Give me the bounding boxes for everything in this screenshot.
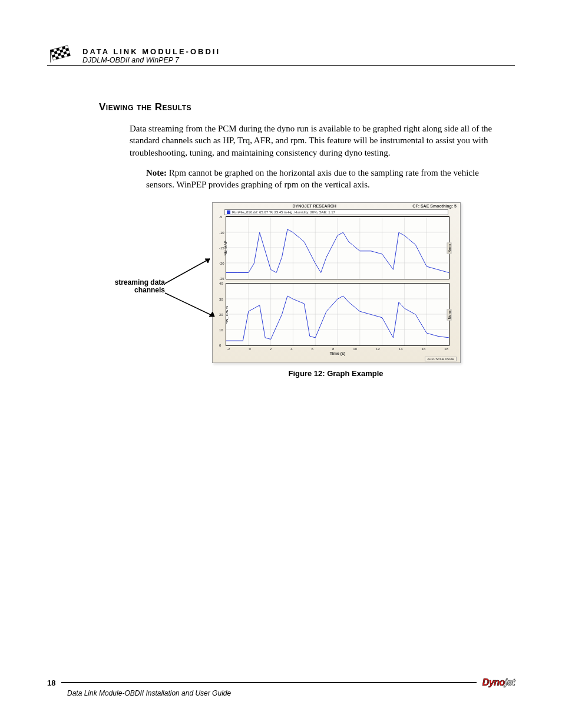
arrow-icon bbox=[164, 255, 217, 291]
body-paragraph: Data streaming from the PCM during the d… bbox=[130, 123, 509, 159]
chart-footer: Auto Scale Mode bbox=[213, 357, 460, 363]
page-footer: 18 Dynojet Data Link Module-OBDII Instal… bbox=[47, 677, 515, 697]
svg-line-16 bbox=[165, 293, 214, 317]
page-header: DATA LINK MODULE-OBDII DJDLM-OBDII and W… bbox=[47, 47, 515, 66]
figure-caption: Figure 12: Graph Example bbox=[212, 369, 459, 378]
chart-title: DYNOJET RESEARCH bbox=[293, 204, 336, 208]
svg-line-14 bbox=[165, 259, 210, 284]
legend-swatch-icon bbox=[227, 210, 230, 214]
legend-text: RunFile_016.drf: 65.67 °F, 23.45 in-Hg, … bbox=[232, 210, 335, 214]
arrow-icon bbox=[164, 291, 223, 326]
callout-label: streaming data channels bbox=[100, 279, 165, 294]
doc-title: DATA LINK MODULE-OBDII bbox=[82, 47, 515, 56]
x-axis-ticks: -2024681012141618 bbox=[226, 347, 449, 351]
top-plot: *IN_MAP None -5 -10 -15 -20 -25 bbox=[226, 216, 449, 279]
note-text: Rpm cannot be graphed on the horizontal … bbox=[146, 168, 479, 189]
chart-settings: CF: SAE Smoothing: 5 bbox=[412, 204, 457, 208]
page-number: 18 bbox=[47, 678, 55, 687]
chart-legend: RunFile_016.drf: 65.67 °F, 23.45 in-Hg, … bbox=[224, 209, 448, 215]
doc-subtitle: DJDLM-OBDII and WinPEP 7 bbox=[82, 56, 515, 64]
figure: streaming data channels DYNOJET RESEARCH… bbox=[94, 202, 515, 378]
chart-window: DYNOJET RESEARCH CF: SAE Smoothing: 5 Ru… bbox=[212, 202, 461, 363]
note-label: Note: bbox=[146, 168, 167, 177]
footer-rule bbox=[61, 682, 476, 683]
brand-logo: Dynojet bbox=[482, 677, 515, 688]
bottom-plot: *IN_TPS % None 40 30 20 10 0 bbox=[226, 283, 449, 346]
x-axis-label: Time (s) bbox=[226, 351, 449, 355]
note-block: Note: Rpm cannot be graphed on the horiz… bbox=[146, 167, 509, 191]
footer-guide-title: Data Link Module-OBDII Installation and … bbox=[67, 689, 515, 697]
checkered-flag-icon bbox=[47, 45, 77, 62]
section-heading: Viewing the Results bbox=[99, 101, 515, 113]
